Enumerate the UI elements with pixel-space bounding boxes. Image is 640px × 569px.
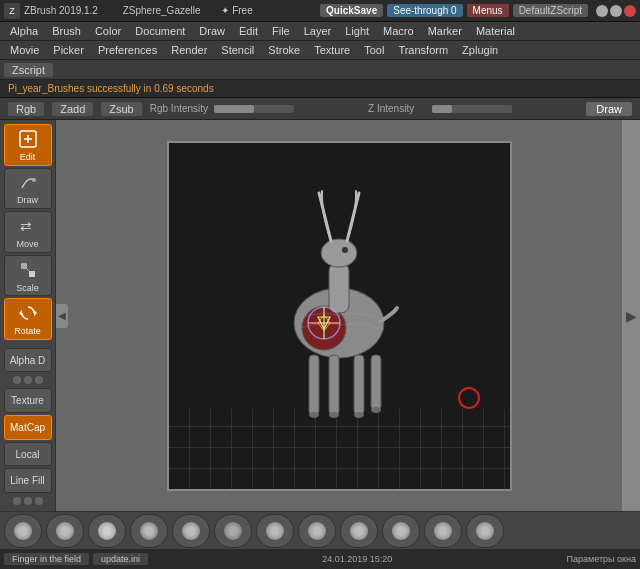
svg-rect-5 [21,263,27,269]
menus-button[interactable]: Menus [467,4,509,17]
menu-macro[interactable]: Macro [377,23,420,39]
dot5 [24,497,32,505]
menu-stroke[interactable]: Stroke [262,42,306,58]
svg-point-13 [321,239,357,267]
brush-smooth[interactable] [88,514,126,548]
alpha-d-button[interactable]: Alpha D [4,348,52,373]
rotate-icon [17,302,39,324]
menu-zplugin[interactable]: Zplugin [456,42,504,58]
svg-rect-15 [329,355,339,415]
brush-flatten-icon [140,522,158,540]
maximize-button[interactable] [610,5,622,17]
window-controls [596,5,636,17]
svg-marker-8 [34,310,37,316]
see-through-button[interactable]: See-through 0 [387,4,462,17]
menu-edit[interactable]: Edit [233,23,264,39]
move-label: Move [16,239,38,249]
zscript-bar: Zscript [0,60,640,80]
draw-button[interactable]: Draw [586,102,632,116]
svg-line-7 [27,269,29,271]
zscript-button[interactable]: Zscript [4,63,53,77]
brush-pinch[interactable] [214,514,252,548]
edit-label: Edit [20,152,36,162]
taskbar-item-2[interactable]: update.ini [93,553,148,565]
line-fill-label: Line Fill [10,475,44,486]
matcap-button[interactable]: MatCap [4,415,52,440]
brush-move[interactable] [46,514,84,548]
brush-clay[interactable] [172,514,210,548]
minimize-button[interactable] [596,5,608,17]
brush-elastic[interactable] [298,514,336,548]
tool-scale[interactable]: Scale [4,255,52,297]
menu-draw[interactable]: Draw [193,23,231,39]
taskbar-info: Параметры окна [567,554,636,564]
brush-zproject[interactable] [382,514,420,548]
dot2 [24,376,32,384]
line-fill-button[interactable]: Line Fill [4,468,52,493]
brush-clay-icon [182,522,200,540]
brush-blob[interactable] [424,514,462,548]
draw-icon [17,171,39,193]
svg-point-21 [371,407,381,413]
brush-displace-icon [266,522,284,540]
menu-material[interactable]: Material [470,23,521,39]
left-collapse-arrow[interactable]: ◀ [56,304,68,328]
tool-move[interactable]: ⇄ Move [4,211,52,253]
svg-rect-12 [329,263,349,313]
alpha-d-label: Alpha D [10,355,46,366]
brush-magnify[interactable] [340,514,378,548]
menu-render[interactable]: Render [165,42,213,58]
z-intensity-label: Z Intensity [368,103,428,114]
texture-button[interactable]: Texture [4,388,52,413]
move-icon: ⇄ [17,215,39,237]
brush-la-icon [476,522,494,540]
tool-draw[interactable]: Draw [4,168,52,210]
brush-standar[interactable] [4,514,42,548]
menu-picker[interactable]: Picker [47,42,90,58]
svg-marker-9 [19,310,22,316]
local-button[interactable]: Local [4,442,52,467]
taskbar-item-1[interactable]: Finger in the field [4,553,89,565]
menu-alpha[interactable]: Alpha [4,23,44,39]
menu-texture[interactable]: Texture [308,42,356,58]
zadd-button[interactable]: Zadd [52,102,93,116]
svg-rect-16 [354,355,364,415]
rgb-button[interactable]: Rgb [8,102,44,116]
canvas-area[interactable] [56,120,622,511]
menu-light[interactable]: Light [339,23,375,39]
brush-displace[interactable] [256,514,294,548]
script-button[interactable]: DefaultZScript [513,4,588,17]
status-bar: Pi_year_Brushes successfully in 0.69 sec… [0,80,640,98]
menu-stencil[interactable]: Stencil [215,42,260,58]
brush-smooth-icon [98,522,116,540]
menu-marker[interactable]: Marker [422,23,468,39]
close-button[interactable] [624,5,636,17]
svg-point-22 [342,247,348,253]
rotate-label: Rotate [14,326,41,336]
menu-transform[interactable]: Transform [392,42,454,58]
menu-file[interactable]: File [266,23,296,39]
menu-layer[interactable]: Layer [298,23,338,39]
zsub-button[interactable]: Zsub [101,102,141,116]
brush-flatten[interactable] [130,514,168,548]
z-intensity-slider[interactable] [432,105,512,113]
quick-save-button[interactable]: QuickSave [320,4,383,17]
menu-color[interactable]: Color [89,23,127,39]
tool-rotate[interactable]: Rotate [4,298,52,340]
rgb-intensity-slider[interactable] [214,105,294,113]
content-row: Edit Draw ⇄ Move [0,120,640,511]
tool-edit[interactable]: Edit [4,124,52,166]
brush-standar-icon [14,522,32,540]
dot3 [35,376,43,384]
dot-row [13,374,43,386]
brush-la[interactable] [466,514,504,548]
tab-name: ✦ Free [221,5,316,16]
right-collapse-arrow[interactable]: ▶ [626,308,637,324]
menu-tool[interactable]: Tool [358,42,390,58]
menu-brush[interactable]: Brush [46,23,87,39]
menu-preferences[interactable]: Preferences [92,42,163,58]
menu-document[interactable]: Document [129,23,191,39]
left-toolbar: Edit Draw ⇄ Move [0,120,56,511]
red-circle-indicator [458,387,480,409]
menu-movie[interactable]: Movie [4,42,45,58]
